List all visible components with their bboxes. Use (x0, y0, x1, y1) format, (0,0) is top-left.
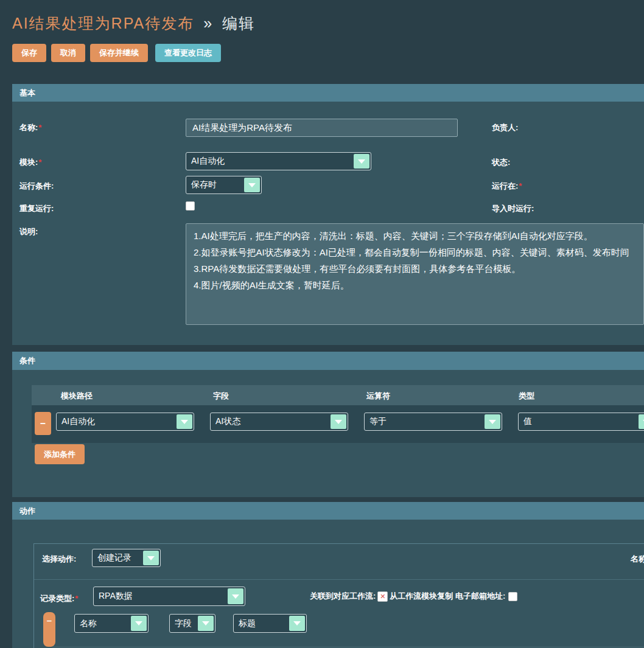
chevron-down-icon (244, 178, 260, 192)
run-condition-label: 运行条件: (19, 181, 54, 192)
action-divider (34, 579, 644, 580)
column-header-type: 类型 (519, 391, 534, 402)
owner-label: 负责人: (492, 122, 518, 133)
action-name-column-label: 名称 (631, 554, 644, 565)
run-on-label: 运行在:* (492, 181, 522, 192)
chevron-down-icon (143, 551, 159, 565)
name-input-value: AI结果处理为RPA待发布 (192, 122, 292, 134)
condition-field-value: AI状态 (211, 416, 329, 427)
select-action-label: 选择动作: (42, 554, 76, 565)
save-continue-button[interactable]: 保存并继续 (90, 44, 148, 62)
run-condition-value: 保存时 (186, 179, 243, 190)
condition-module-path-value: AI自动化 (57, 416, 175, 427)
column-header-operator: 运算符 (366, 391, 390, 402)
view-changelog-button[interactable]: 查看更改日志 (155, 44, 221, 62)
column-header-field: 字段 (213, 391, 229, 402)
chevron-down-icon (354, 154, 369, 169)
condition-operator-select[interactable]: 等于 (364, 413, 502, 431)
module-select-value: AI自动化 (186, 156, 352, 167)
chevron-down-icon (131, 616, 147, 631)
run-on-import-label: 导入时运行: (492, 203, 534, 214)
description-textarea[interactable]: 1.AI处理完后，把生产的内容，清洗出：标题、内容、关键词；三个字段存储到AI自… (186, 223, 644, 325)
page-title-main: AI结果处理为RPA待发布 (12, 15, 194, 32)
condition-module-path-select[interactable]: AI自动化 (56, 413, 194, 431)
field-row-first-value: 名称 (75, 618, 130, 629)
remove-field-row-button[interactable]: – (43, 612, 55, 647)
condition-type-value: 值 (519, 416, 637, 427)
action-box: 选择动作: 创建记录 名称 记录类型:* RPA数据 关联到对应工作流: ✕ 从… (33, 543, 644, 648)
condition-operator-value: 等于 (365, 416, 483, 427)
name-label: 名称:* (19, 122, 41, 133)
field-row-second-value: 字段 (170, 618, 197, 629)
module-select[interactable]: AI自动化 (186, 152, 371, 170)
module-label: 模块:* (19, 157, 41, 168)
chevron-down-icon (228, 588, 243, 604)
field-row-first-select[interactable]: 名称 (74, 614, 149, 633)
basic-panel: 基本 名称:* AI结果处理为RPA待发布 负责人: 模块:* AI自动化 状态… (12, 84, 644, 345)
required-icon: * (75, 594, 78, 603)
basic-panel-header: 基本 (12, 84, 644, 102)
chevron-down-icon (331, 414, 346, 429)
chevron-down-icon (485, 414, 500, 429)
workflow-edit-page: AI结果处理为RPA待发布 » 编辑 保存 取消 保存并继续 查看更改日志 基本… (0, 0, 644, 648)
field-row-third-select[interactable]: 标题 (233, 614, 307, 633)
name-input[interactable]: AI结果处理为RPA待发布 (186, 119, 458, 137)
chevron-down-icon (177, 414, 192, 429)
field-row-second-select[interactable]: 字段 (169, 614, 215, 633)
page-title: AI结果处理为RPA待发布 » 编辑 (12, 13, 255, 33)
repeat-run-label: 重复运行: (19, 203, 54, 214)
select-action-value: 创建记录 (93, 552, 142, 563)
add-condition-button[interactable]: 添加条件 (35, 444, 85, 464)
save-button[interactable]: 保存 (12, 44, 46, 62)
actions-panel-header: 动作 (12, 502, 644, 520)
conditions-panel-header: 条件 (12, 352, 644, 370)
copy-email-label: 从工作流模块复制 电子邮箱地址: (390, 591, 505, 602)
repeat-run-checkbox[interactable] (186, 201, 195, 211)
conditions-table-header: 模块路径 字段 运算符 类型 (32, 385, 644, 405)
toolbar: 保存 取消 保存并继续 查看更改日志 (12, 44, 226, 62)
condition-type-select[interactable]: 值 (518, 413, 644, 431)
condition-field-select[interactable]: AI状态 (210, 413, 348, 431)
breadcrumb-separator: » (200, 15, 217, 32)
cancel-button[interactable]: 取消 (51, 44, 85, 62)
conditions-panel: 条件 模块路径 字段 运算符 类型 – AI自动化 AI状态 等于 值 (12, 352, 644, 497)
select-action-select[interactable]: 创建记录 (92, 549, 161, 567)
condition-row: – AI自动化 AI状态 等于 值 (32, 405, 644, 443)
chevron-down-icon (289, 616, 305, 631)
link-workflow-label: 关联到对应工作流: (310, 591, 376, 602)
status-label: 状态: (492, 157, 510, 168)
page-title-sub: 编辑 (222, 15, 255, 32)
column-header-module-path: 模块路径 (61, 391, 93, 402)
copy-email-checkbox[interactable] (508, 592, 517, 601)
record-type-label: 记录类型:* (40, 593, 78, 604)
chevron-down-icon (639, 414, 644, 429)
record-type-select[interactable]: RPA数据 (93, 587, 245, 606)
workflow-link-row: 关联到对应工作流: ✕ 从工作流模块复制 电子邮箱地址: (310, 588, 517, 604)
record-type-value: RPA数据 (94, 591, 226, 602)
required-icon: * (519, 181, 522, 190)
run-condition-select[interactable]: 保存时 (186, 176, 262, 194)
chevron-down-icon (198, 616, 214, 631)
remove-condition-button[interactable]: – (35, 412, 51, 435)
description-label: 说明: (19, 226, 38, 237)
required-icon: * (38, 123, 41, 132)
broken-image-icon: ✕ (377, 591, 388, 602)
required-icon: * (38, 158, 41, 167)
field-row-third-value: 标题 (234, 618, 288, 629)
actions-panel: 动作 选择动作: 创建记录 名称 记录类型:* RPA数据 关联到对应工作流: … (12, 502, 644, 648)
